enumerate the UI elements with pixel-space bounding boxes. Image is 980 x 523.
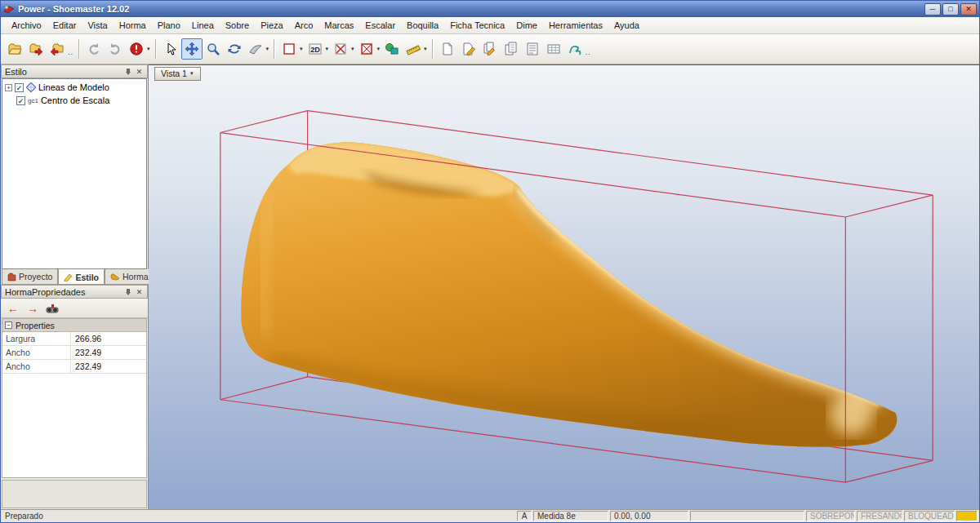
record-stop-button[interactable] bbox=[126, 38, 147, 60]
vista-dropdown-caret[interactable]: ▾ bbox=[190, 70, 194, 77]
tech-sheet-button[interactable] bbox=[522, 38, 543, 60]
property-row[interactable]: Ancho 232.49 bbox=[2, 346, 146, 360]
menu-item-pieza[interactable]: Pieza bbox=[255, 18, 289, 33]
open-project-button[interactable] bbox=[4, 38, 25, 60]
next-button[interactable]: → bbox=[24, 300, 42, 317]
box-select-button[interactable] bbox=[356, 38, 377, 60]
box-delete-button[interactable] bbox=[330, 38, 351, 60]
properties-group-header[interactable]: − Properties bbox=[2, 319, 146, 332]
menu-item-arco[interactable]: Arco bbox=[289, 18, 319, 33]
grid-sheet-button[interactable] bbox=[543, 38, 564, 60]
sidebar-tabs: Proyecto Estilo Horma bbox=[2, 269, 147, 285]
shoe-last-model[interactable] bbox=[241, 142, 897, 446]
menu-item-herramientas[interactable]: Herramientas bbox=[543, 18, 608, 33]
menu-item-archivo[interactable]: Archivo bbox=[6, 18, 47, 33]
tree-item-centro-de-escala[interactable]: ✓ gc1 Centro de Escala bbox=[3, 94, 145, 107]
redo-button[interactable] bbox=[105, 38, 126, 60]
horma-panel-header: HormaPropriedades ✕ bbox=[1, 285, 148, 299]
plane-dropdown-caret[interactable]: ▾ bbox=[300, 46, 303, 52]
minimize-button[interactable]: ─ bbox=[924, 3, 941, 16]
properties-group-label: Properties bbox=[16, 321, 55, 330]
edit-sheets-button[interactable] bbox=[479, 38, 501, 60]
toolbar-overflow-dots[interactable]: .. bbox=[68, 48, 74, 56]
menu-item-horma[interactable]: Horma bbox=[114, 18, 152, 33]
close-panel-icon[interactable]: ✕ bbox=[135, 67, 144, 76]
property-row[interactable]: Ancho 232.49 bbox=[2, 360, 146, 374]
viewport-3d[interactable]: Vista 1 ▾ bbox=[149, 64, 979, 509]
view2d-dropdown-caret[interactable]: ▾ bbox=[326, 46, 329, 52]
tab-label: Estilo bbox=[75, 273, 99, 282]
svg-text:2D: 2D bbox=[310, 46, 320, 54]
measure-dropdown-caret[interactable]: ▾ bbox=[424, 46, 427, 52]
menu-item-plano[interactable]: Plano bbox=[152, 18, 186, 33]
property-value[interactable]: 266.96 bbox=[71, 332, 146, 345]
collapse-icon[interactable]: − bbox=[5, 321, 12, 329]
record-dropdown-caret[interactable]: ▾ bbox=[147, 46, 150, 52]
proyecto-icon bbox=[7, 273, 16, 281]
menu-item-boquilla[interactable]: Boquilla bbox=[401, 18, 444, 33]
pin-icon[interactable] bbox=[123, 287, 132, 296]
shade-shapes-button[interactable] bbox=[381, 38, 403, 60]
measure-ruler-button[interactable] bbox=[403, 38, 424, 60]
box-delete-dropdown-caret[interactable]: ▾ bbox=[351, 46, 354, 52]
plane-square-icon bbox=[282, 42, 296, 56]
view-2d-button[interactable]: 2D bbox=[305, 38, 326, 60]
checkbox-checked-icon[interactable]: ✓ bbox=[16, 96, 25, 105]
vista-tab[interactable]: Vista 1 ▾ bbox=[154, 67, 201, 81]
import-icon bbox=[29, 42, 43, 56]
redo-icon bbox=[108, 42, 122, 56]
menu-item-editar[interactable]: Editar bbox=[47, 18, 82, 33]
tab-label: Proyecto bbox=[19, 272, 52, 281]
shoe-shading bbox=[241, 142, 897, 446]
menu-item-marcas[interactable]: Marcas bbox=[318, 18, 359, 33]
close-panel-icon[interactable]: ✕ bbox=[135, 287, 144, 296]
close-button[interactable]: ✕ bbox=[960, 3, 977, 16]
expand-icon[interactable]: + bbox=[5, 84, 12, 91]
status-cell-bloqueado: BLOQUEADO bbox=[904, 511, 955, 521]
maximize-button[interactable]: □ bbox=[942, 3, 959, 16]
zoom-view-button[interactable] bbox=[203, 38, 224, 60]
pan-arrows-icon bbox=[185, 42, 199, 56]
menu-item-sobre[interactable]: Sobre bbox=[220, 18, 255, 33]
tab-horma[interactable]: Horma bbox=[105, 269, 154, 285]
menu-item-linea[interactable]: Linea bbox=[186, 18, 220, 33]
view-2d-icon: 2D bbox=[308, 42, 323, 56]
scene-canvas[interactable] bbox=[149, 65, 979, 509]
tab-proyecto[interactable]: Proyecto bbox=[2, 269, 58, 285]
toolbar-overflow-dots[interactable]: .. bbox=[586, 48, 591, 56]
tab-estilo[interactable]: Estilo bbox=[58, 269, 105, 285]
pin-icon[interactable] bbox=[123, 67, 132, 76]
property-row[interactable]: Largura 266.96 bbox=[2, 332, 146, 346]
copy-sheets-button[interactable] bbox=[501, 38, 522, 60]
toolbar-separator bbox=[274, 39, 275, 59]
tree-item-lineas-de-modelo[interactable]: + ✓ Lineas de Modelo bbox=[3, 81, 145, 94]
box-select-dropdown-caret[interactable]: ▾ bbox=[377, 46, 381, 52]
shell-dropdown-caret[interactable]: ▾ bbox=[266, 46, 270, 52]
menu-item-dime[interactable]: Dime bbox=[510, 18, 543, 33]
status-bar: Preparado A Medida 8e 0.00, 0.00 SOBREPO… bbox=[1, 509, 979, 522]
new-sheet-button[interactable] bbox=[437, 38, 458, 60]
export-model-button[interactable] bbox=[47, 38, 68, 60]
gc1-tag: gc1 bbox=[28, 97, 38, 104]
menu-item-escalar[interactable]: Escalar bbox=[359, 18, 401, 33]
pan-view-button[interactable] bbox=[181, 38, 203, 60]
property-value[interactable]: 232.49 bbox=[71, 360, 146, 373]
edit-sheet-button[interactable] bbox=[458, 38, 479, 60]
rotate-view-button[interactable] bbox=[224, 38, 245, 60]
undo-button[interactable] bbox=[83, 38, 105, 60]
pages-icon bbox=[504, 42, 519, 56]
title-bar: Power - Shoemaster 12.02 ─ □ ✕ bbox=[1, 1, 979, 17]
property-value[interactable]: 232.49 bbox=[71, 346, 146, 359]
lasso-select-button[interactable] bbox=[564, 38, 586, 60]
menu-item-ficha-tecnica[interactable]: Ficha Tecnica bbox=[444, 18, 510, 33]
shell-surface-button[interactable] bbox=[245, 38, 266, 60]
import-model-button[interactable] bbox=[25, 38, 47, 60]
measure-device-button[interactable] bbox=[43, 300, 61, 317]
checkbox-checked-icon[interactable]: ✓ bbox=[15, 83, 24, 92]
plane-view-button[interactable] bbox=[278, 38, 300, 60]
menu-item-vista[interactable]: Vista bbox=[82, 18, 113, 33]
menu-item-ayuda[interactable]: Ayuda bbox=[608, 18, 645, 33]
previous-button[interactable]: ← bbox=[4, 300, 22, 317]
tree-item-label: Lineas de Modelo bbox=[38, 82, 109, 92]
select-cursor-button[interactable] bbox=[160, 38, 181, 60]
